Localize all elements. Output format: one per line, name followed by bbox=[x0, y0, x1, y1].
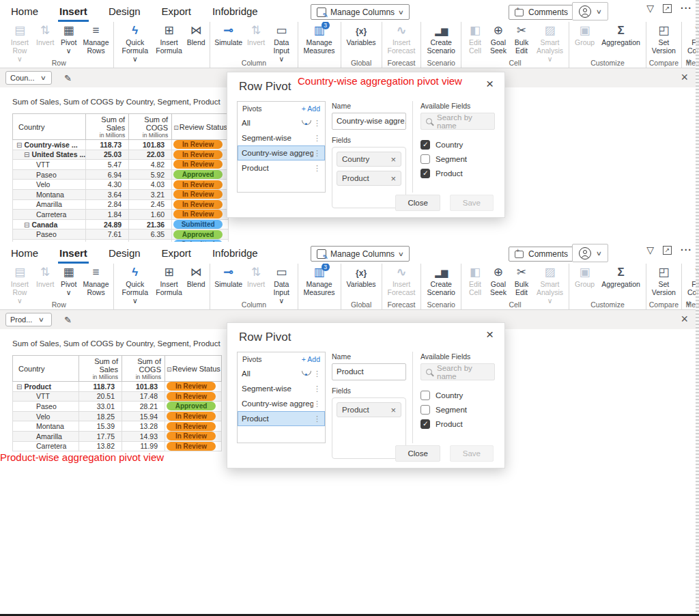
kebab-menu-icon[interactable]: ⋮ bbox=[313, 415, 321, 423]
toolbar-button[interactable]: Pivot ∨ bbox=[57, 23, 81, 63]
toolbar-button[interactable]: Filter Context bbox=[684, 265, 699, 296]
sales-value[interactable]: 5.47 bbox=[86, 160, 129, 170]
table-row[interactable]: VTT 5.47 4.82 In Review bbox=[13, 160, 229, 170]
ribbon-tab[interactable]: Export bbox=[160, 242, 192, 264]
cogs-value[interactable]: 4.82 bbox=[129, 160, 172, 170]
save-button[interactable]: Save bbox=[450, 195, 494, 211]
sales-value[interactable]: 15.39 bbox=[79, 421, 122, 432]
column-header-cogs[interactable]: Sum of COGS in Millions bbox=[129, 114, 172, 140]
dialog-close-icon[interactable]: × bbox=[486, 76, 494, 92]
collapse-ribbon-icon[interactable]: ∨ bbox=[686, 299, 691, 307]
expand-icon[interactable]: ↗ bbox=[663, 246, 672, 255]
manage-columns-button[interactable]: ✎ Manage Columns ∨ bbox=[311, 4, 410, 20]
toolbar-button[interactable]: Create Scenario bbox=[423, 23, 458, 55]
table-row[interactable]: Amarilla 17.75 14.93 In Review bbox=[13, 431, 222, 441]
toolbar-button[interactable]: Variables bbox=[343, 265, 380, 288]
pivot-list-item[interactable]: Product ⋮ bbox=[238, 160, 325, 176]
cogs-value[interactable]: 101.83 bbox=[129, 140, 172, 150]
ribbon-tab[interactable]: Export bbox=[160, 0, 192, 22]
table-row[interactable]: Carretera 1.84 1.60 In Review bbox=[13, 210, 229, 220]
toolbar-button[interactable]: Pivot ∨ bbox=[57, 265, 81, 305]
kebab-menu-icon[interactable]: ⋮ bbox=[313, 134, 321, 143]
pivot-list-item[interactable]: Segment-wise ⋮ bbox=[238, 130, 325, 145]
add-pivot-link[interactable]: + Add bbox=[302, 104, 320, 113]
toolbar-button[interactable]: Edit Cell bbox=[463, 23, 487, 63]
toolbar-button[interactable]: Smart Analysis ∨ bbox=[533, 265, 567, 305]
more-icon[interactable]: ··· bbox=[681, 3, 692, 14]
table-row[interactable]: ⊟Product 118.73 101.83 In Review bbox=[13, 382, 222, 392]
collapse-expander-icon[interactable]: ⊟ bbox=[16, 141, 22, 149]
field-checkbox-row[interactable]: Country bbox=[420, 388, 495, 402]
cogs-value[interactable]: 4.03 bbox=[129, 180, 172, 190]
column-header-country[interactable]: Country bbox=[13, 356, 79, 382]
sales-value[interactable]: 118.73 bbox=[86, 140, 129, 150]
save-button[interactable]: Save bbox=[450, 445, 494, 462]
toolbar-button[interactable]: Variables bbox=[343, 23, 380, 46]
ribbon-tab[interactable]: Insert bbox=[58, 242, 89, 264]
pivot-list-item[interactable]: Country-wise aggrega... ⋮ bbox=[238, 396, 325, 411]
checkbox-icon[interactable] bbox=[420, 140, 430, 150]
visibility-eye-icon[interactable] bbox=[301, 120, 311, 126]
kebab-menu-icon[interactable]: ⋮ bbox=[313, 119, 321, 128]
cogs-value[interactable]: 21.36 bbox=[129, 219, 172, 229]
account-menu-button[interactable]: ∨ bbox=[572, 244, 608, 262]
sales-value[interactable]: 1.84 bbox=[86, 210, 129, 220]
toolbar-button[interactable]: Filter Context bbox=[684, 23, 699, 55]
field-chip[interactable]: Country × bbox=[337, 152, 401, 167]
sales-value[interactable]: 20.51 bbox=[79, 391, 122, 402]
kebab-menu-icon[interactable]: ⋮ bbox=[313, 164, 321, 173]
remove-field-icon[interactable]: × bbox=[390, 154, 396, 165]
table-row[interactable]: Paseo 7.61 6.35 Approved bbox=[13, 229, 229, 240]
filter-icon[interactable]: ▽ bbox=[646, 3, 654, 14]
cogs-value[interactable]: 14.93 bbox=[122, 431, 165, 441]
cogs-value[interactable]: 2.45 bbox=[129, 199, 172, 210]
toolbar-button[interactable]: Aggregation bbox=[598, 23, 644, 46]
column-header-status[interactable]: ⊡Review Status bbox=[172, 114, 229, 140]
toolbar-button[interactable]: Invert bbox=[244, 23, 268, 63]
table-row[interactable]: Montana 3.64 3.21 In Review bbox=[13, 189, 229, 199]
column-header-status[interactable]: ⊡Review Status bbox=[165, 356, 222, 382]
toolbar-button[interactable]: Edit Cell bbox=[463, 265, 487, 305]
table-row[interactable]: Amarilla 2.84 2.45 In Review bbox=[13, 199, 229, 210]
toolbar-button[interactable]: Insert Row ∨ bbox=[6, 265, 33, 305]
table-row[interactable]: ⊟Country-wise ... 118.73 101.83 In Revie… bbox=[13, 140, 229, 150]
toolbar-button[interactable]: Goal Seek bbox=[487, 23, 510, 63]
ribbon-tab[interactable]: Home bbox=[10, 242, 40, 264]
toolbar-button[interactable]: Bulk Edit bbox=[510, 23, 533, 63]
sales-value[interactable]: 13.82 bbox=[79, 441, 122, 451]
toolbar-button[interactable]: Aggregation bbox=[598, 265, 644, 288]
cogs-value[interactable]: 15.94 bbox=[122, 411, 165, 421]
sales-value[interactable]: 33.01 bbox=[79, 402, 122, 412]
field-checkbox-row[interactable]: Country bbox=[420, 137, 495, 152]
remove-field-icon[interactable]: × bbox=[390, 173, 396, 184]
column-header-cogs[interactable]: Sum of COGS in Millions bbox=[122, 356, 165, 382]
sales-value[interactable]: 3.64 bbox=[86, 189, 129, 199]
remove-field-icon[interactable]: × bbox=[390, 405, 396, 415]
toolbar-button[interactable]: Set Version bbox=[648, 23, 679, 55]
field-checkbox-row[interactable]: Product bbox=[420, 417, 495, 431]
pivot-list-item[interactable]: Country-wise aggrega... ⋮ bbox=[238, 145, 325, 160]
cogs-value[interactable]: 6.35 bbox=[129, 229, 172, 240]
column-header-sales[interactable]: Sum of Sales in Millions bbox=[86, 114, 129, 140]
collapse-expander-icon[interactable]: ⊟ bbox=[24, 221, 29, 229]
pivot-list-item[interactable]: Segment-wise ⋮ bbox=[238, 381, 325, 396]
edit-pivot-icon[interactable]: ✎ bbox=[64, 73, 72, 83]
pivot-list-item[interactable]: All ⋮ bbox=[238, 115, 325, 130]
kebab-menu-icon[interactable]: ⋮ bbox=[313, 384, 321, 393]
toolbar-button[interactable]: Invert bbox=[33, 265, 57, 305]
toolbar-button[interactable]: Data Input ∨ bbox=[268, 23, 295, 63]
sales-value[interactable]: 2.84 bbox=[86, 199, 129, 210]
column-header-sales[interactable]: Sum of Sales in Millions bbox=[79, 356, 122, 382]
cogs-value[interactable]: 17.48 bbox=[122, 391, 165, 402]
cogs-value[interactable]: 5.92 bbox=[129, 169, 172, 180]
toolbar-button[interactable]: Simulate bbox=[212, 265, 244, 305]
toolbar-button[interactable]: Blend bbox=[184, 23, 208, 63]
search-fields-input[interactable]: Search by name bbox=[420, 363, 495, 380]
ribbon-tab[interactable]: Infobridge bbox=[211, 242, 259, 264]
toolbar-button[interactable]: 3 Manage Measures bbox=[300, 23, 339, 55]
table-row[interactable]: ⊟Canada 24.89 21.36 Submitted bbox=[13, 219, 229, 229]
toolbar-button[interactable]: Invert bbox=[33, 23, 57, 63]
kebab-menu-icon[interactable]: ⋮ bbox=[313, 149, 321, 158]
more-icon[interactable]: ··· bbox=[681, 244, 692, 255]
field-checkbox-row[interactable]: Segment bbox=[420, 152, 495, 166]
